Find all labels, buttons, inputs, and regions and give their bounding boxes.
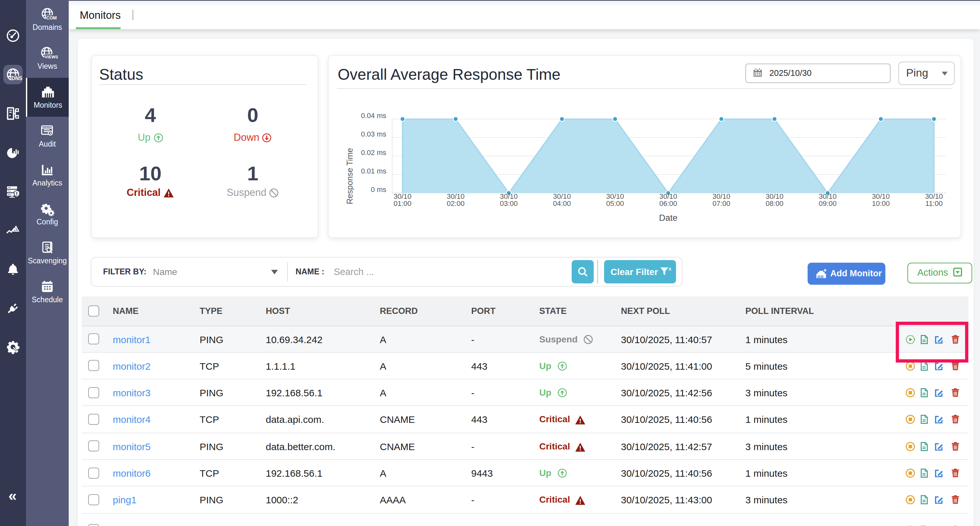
svg-text:06:00: 06:00: [659, 199, 677, 207]
svg-text:02:00: 02:00: [447, 199, 465, 207]
svg-text:DNS: DNS: [12, 76, 22, 81]
svg-text:09:00: 09:00: [819, 199, 837, 207]
svg-text:Response Time: Response Time: [345, 148, 354, 204]
svg-text:07:00: 07:00: [712, 199, 730, 207]
svg-text:04:00: 04:00: [553, 199, 571, 207]
svg-text:11:00: 11:00: [925, 199, 942, 207]
svg-text:10:00: 10:00: [872, 199, 889, 207]
svg-text:x: x: [668, 266, 671, 271]
svg-text:03:00: 03:00: [500, 199, 517, 207]
svg-text:0 ms: 0 ms: [371, 185, 386, 194]
svg-text:0.04 ms: 0.04 ms: [361, 112, 386, 120]
svg-text:08:00: 08:00: [765, 199, 783, 207]
svg-text:0.03 ms: 0.03 ms: [361, 130, 386, 138]
svg-text:01:00: 01:00: [393, 199, 411, 207]
svg-text:Date: Date: [659, 213, 677, 223]
svg-text:VIEWS: VIEWS: [45, 54, 58, 59]
svg-text:05:00: 05:00: [606, 199, 624, 207]
svg-text:0.01 ms: 0.01 ms: [361, 167, 386, 175]
svg-text:0.02 ms: 0.02 ms: [361, 148, 386, 157]
svg-text:COM: COM: [46, 15, 57, 21]
